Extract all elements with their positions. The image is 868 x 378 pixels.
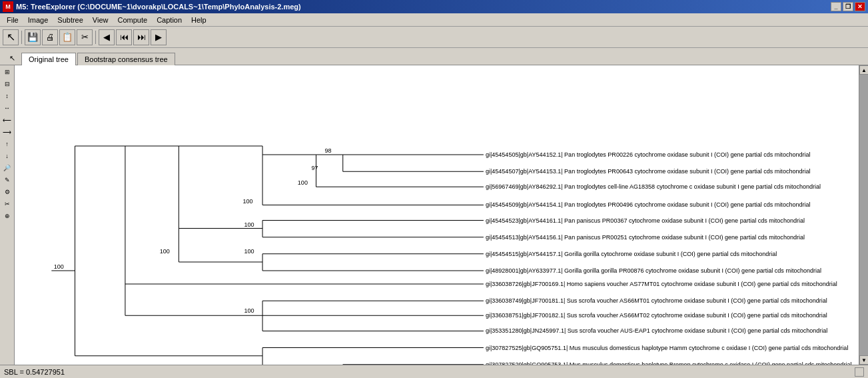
menu-compute[interactable]: Compute [114,15,152,25]
side-icon-4[interactable]: ↔ [2,103,13,113]
menu-image[interactable]: Image [24,15,53,25]
bootstrap-97: 97 [311,165,318,171]
scissors-btn[interactable]: ✂ [77,29,93,45]
taxon-label-9: gi|336038726|gb|JF700169.1| Homo sapiens… [486,281,837,287]
taxon-label-3: gi|56967469|gb|AY846292.1| Pan troglodyt… [486,183,821,190]
side-icon-1[interactable]: ⊞ [2,67,13,77]
tab-bootstrap-tree[interactable]: Bootstrap consensus tree [77,53,175,65]
nav-right-btn[interactable]: ▶ [151,29,167,45]
nav-left-btn[interactable]: ◀ [99,29,115,45]
bootstrap-100-sus: 100 [244,307,254,314]
scroll-down-btn[interactable]: ▼ [859,355,868,365]
phylo-tree-svg: 0.02 [15,65,859,365]
taxon-label-14: gi|307827529|gb|GQ905753.1| Mus musculus… [486,361,852,365]
taxon-label-5: gi|45454523|gb|AY544161.1| Pan paniscus … [486,217,805,224]
minimize-button[interactable]: _ [831,2,841,11]
taxon-label-2: gi|45454507|gb|AY544153.1| Pan troglodyt… [486,168,811,175]
nav-right2-btn[interactable]: ⏭ [133,29,149,45]
save-btn[interactable]: 💾 [25,29,41,45]
status-bar: SBL = 0.54727951 [0,365,868,378]
taxon-label-11: gi|336038751|gb|JF700182.1| Sus scrofa v… [486,312,827,319]
right-scroll-panel: ▲ ▼ [859,65,868,365]
scroll-track[interactable] [859,75,868,355]
tab-bar: ↖ Original tree Bootstrap consensus tree [0,48,868,65]
menu-help[interactable]: Help [187,15,211,25]
bootstrap-100-gorilla: 100 [244,248,254,255]
toolbar: ↖ 💾 🖨 📋 ✂ ◀ ⏮ ⏭ ▶ [0,27,868,48]
close-button[interactable]: ✕ [855,2,865,11]
taxon-label-10: gi|336038749|gb|JF700181.1| Sus scrofa v… [486,297,827,304]
copy-btn[interactable]: 📋 [59,29,75,45]
side-icon-5[interactable]: ⟵ [2,115,13,125]
toolbar-sep-2 [95,31,96,44]
window-title: M5: TreeExplorer (C:\DOCUME~1\dvorakp\LO… [16,3,301,11]
side-icon-9[interactable]: 🔎 [2,163,13,173]
side-icon-11[interactable]: ⚙ [2,187,13,197]
menu-view[interactable]: View [89,15,113,25]
scroll-up-btn[interactable]: ▲ [859,65,868,75]
sbl-value: SBL = 0.54727951 [4,368,65,376]
side-icon-6[interactable]: ⟶ [2,127,13,137]
taxon-label-8: gi|48928001|gb|AY633977.1| Gorilla goril… [486,267,821,274]
taxon-label-1: gi|45454505|gb|AY544152.1| Pan troglodyt… [486,151,811,158]
bootstrap-100-main: 100 [54,263,64,270]
restore-button[interactable]: ❐ [843,2,853,11]
taxon-label-12: gi|353351280|gb|JN245997.1| Sus scrofa v… [486,327,827,334]
nav-left2-btn[interactable]: ⏮ [116,29,132,45]
side-icon-8[interactable]: ↓ [2,151,13,161]
status-expand-btn[interactable] [855,367,864,377]
taxon-label-7: gi|45454515|gb|AY544157.1| Gorilla goril… [486,251,777,257]
bootstrap-98: 98 [325,147,332,154]
window-controls: _ ❐ ✕ [831,2,865,11]
cursor-tool-btn[interactable]: ↖ [3,29,19,45]
app-icon: M [3,1,13,12]
bootstrap-100-upper: 100 [160,248,170,255]
side-icon-3[interactable]: ↕ [2,91,13,101]
menu-bar: File Image Subtree View Compute Caption … [0,13,868,27]
side-icon-12[interactable]: ✂ [2,199,13,209]
tab-original-tree[interactable]: Original tree [21,53,76,65]
bootstrap-100-mus: 100 [244,364,254,365]
bootstrap-100-pan-inner: 100 [298,179,308,186]
side-icon-7[interactable]: ↑ [2,139,13,149]
side-icon-10[interactable]: ✎ [2,175,13,185]
side-panel: ⊞ ⊟ ↕ ↔ ⟵ ⟶ ↑ ↓ 🔎 ✎ ⚙ ✂ ⊕ [0,65,15,365]
menu-file[interactable]: File [3,15,23,25]
taxon-label-6: gi|45454513|gb|AY544156.1| Pan paniscus … [486,234,805,241]
taxon-label-4: gi|45454509|gb|AY544154.1| Pan troglodyt… [486,201,811,208]
bootstrap-100-paniscus: 100 [244,221,254,228]
print-btn[interactable]: 🖨 [42,29,58,45]
side-icon-2[interactable]: ⊟ [2,79,13,89]
taxon-label-13: gi|307827525|gb|GQ905751.1| Mus musculus… [486,345,849,351]
title-bar: M M5: TreeExplorer (C:\DOCUME~1\dvorakp\… [0,0,868,13]
bootstrap-100-pan4: 100 [242,198,252,205]
cursor-icon[interactable]: ↖ [5,51,19,65]
toolbar-sep-1 [21,31,22,44]
tree-area: 0.02 [15,65,859,365]
menu-subtree[interactable]: Subtree [53,15,87,25]
menu-caption[interactable]: Caption [153,15,186,25]
side-icon-13[interactable]: ⊕ [2,211,13,221]
main-content: ⊞ ⊟ ↕ ↔ ⟵ ⟶ ↑ ↓ 🔎 ✎ ⚙ ✂ ⊕ 0.02 [0,65,868,365]
